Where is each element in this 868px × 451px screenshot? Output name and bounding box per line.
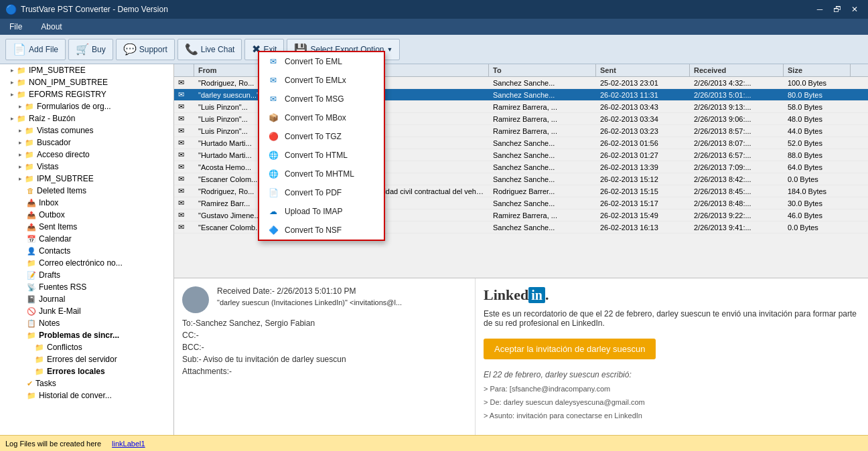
sidebar-item[interactable]: 📥Inbox bbox=[0, 197, 173, 209]
col-header-size[interactable]: Size bbox=[784, 64, 851, 76]
sidebar-item[interactable]: ▸ 📁Acceso directo bbox=[0, 149, 173, 161]
folder-icon: 📅 bbox=[27, 235, 36, 244]
email-cell: 2/26/2013 9:06:... bbox=[690, 114, 784, 124]
col-header-flag bbox=[174, 64, 194, 76]
buy-button[interactable]: 🛒 Buy bbox=[68, 39, 113, 60]
attachments-field: Attachments:- bbox=[182, 367, 467, 376]
linkedin-accept-button[interactable]: Aceptar la invitación de darley suescun bbox=[484, 339, 656, 359]
dropdown-item[interactable]: 🔴Convert To TGZ bbox=[259, 127, 384, 146]
sidebar-item[interactable]: 📁Correo electrónico no... bbox=[0, 257, 173, 269]
dropdown-item[interactable]: ✉Convert To EML bbox=[259, 52, 384, 71]
col-header-sent[interactable]: Sent bbox=[596, 64, 690, 76]
expand-icon: ▸ bbox=[11, 91, 14, 98]
linkedin-footer: El 22 de febrero, darley suescun escribi… bbox=[484, 370, 860, 379]
dropdown-item[interactable]: ✉Convert To MSG bbox=[259, 90, 384, 108]
sidebar-item-label: Inbox bbox=[39, 198, 58, 207]
email-cell: 184.0 Bytes bbox=[784, 186, 851, 197]
sidebar-item[interactable]: 📁Conflictos bbox=[0, 341, 173, 353]
email-cell: 30.0 Bytes bbox=[784, 198, 851, 209]
folder-icon: 📋 bbox=[27, 319, 36, 328]
sidebar-item[interactable]: ✔Tasks bbox=[0, 377, 173, 389]
menu-file[interactable]: File bbox=[5, 21, 26, 33]
status-link[interactable]: linkLabel1 bbox=[112, 440, 145, 448]
dropdown-item[interactable]: 🌐Convert To MHTML bbox=[259, 165, 384, 183]
linkedin-logo: Linkedin. bbox=[484, 286, 549, 303]
sidebar-item-label: IPM_SUBTREE bbox=[37, 174, 94, 183]
email-cell: Sanchez Sanche... bbox=[489, 90, 596, 100]
col-header-received[interactable]: Received bbox=[690, 64, 784, 76]
expand-icon: ▸ bbox=[19, 163, 22, 170]
sidebar-item[interactable]: ▸ 📁IPM_SUBTREE bbox=[0, 64, 173, 76]
sidebar-item-label: Errores del servidor bbox=[47, 355, 117, 364]
email-cell: Rodriguez Barrer... bbox=[489, 186, 596, 197]
sidebar-item[interactable]: ▸ 📁Raíz - Buzón bbox=[0, 112, 173, 124]
email-cell: Ramirez Barrera, ... bbox=[489, 102, 596, 112]
email-cell: 2/26/2013 8:07:... bbox=[690, 138, 784, 149]
sidebar-item[interactable]: 📁Errores locales bbox=[0, 365, 173, 377]
sidebar-tree: ▸ 📁IPM_SUBTREE▸ 📁NON_IPM_SUBTREE▸ 📁EFORM… bbox=[0, 64, 173, 435]
close-button[interactable]: ✕ bbox=[847, 3, 863, 16]
dropdown-item[interactable]: 🌐Convert To HTML bbox=[259, 146, 384, 165]
dropdown-item[interactable]: 📦Convert To MBox bbox=[259, 108, 384, 127]
menu-about[interactable]: About bbox=[37, 21, 66, 33]
sidebar-item[interactable]: 🚫Junk E-Mail bbox=[0, 305, 173, 317]
sidebar-item[interactable]: 🗑Deleted Items bbox=[0, 185, 173, 197]
sidebar-item-label: Fuentes RSS bbox=[39, 282, 86, 292]
sidebar-item-label: Journal bbox=[39, 294, 65, 304]
dropdown-item-label: Convert To EML bbox=[285, 57, 342, 66]
title-bar: 🔵 TrustVare PST Converter - Demo Version… bbox=[0, 0, 868, 19]
bcc-field: BCC:- bbox=[182, 343, 467, 352]
sidebar-item[interactable]: 📁Errores del servidor bbox=[0, 353, 173, 365]
folder-icon: 📁 bbox=[27, 331, 36, 340]
toolbar: 📄 Add File 🛒 Buy 💬 Support 📞 Live Chat ✖… bbox=[0, 35, 868, 64]
sidebar-item[interactable]: 📋Notes bbox=[0, 317, 173, 329]
live-chat-button[interactable]: 📞 Live Chat bbox=[177, 39, 242, 60]
expand-icon: ▸ bbox=[19, 175, 22, 182]
sidebar-item[interactable]: ▸ 📁EFORMS REGISTRY bbox=[0, 88, 173, 100]
sidebar-item[interactable]: ▸ 📁Buscador bbox=[0, 137, 173, 149]
add-file-icon: 📄 bbox=[13, 43, 26, 56]
maximize-button[interactable]: 🗗 bbox=[829, 3, 845, 16]
sidebar-item[interactable]: 📁Problemas de sincr... bbox=[0, 329, 173, 341]
email-cell: 0.0 Bytes bbox=[784, 222, 851, 233]
email-cell: 26-02-2013 16:13 bbox=[596, 222, 690, 233]
sidebar-item[interactable]: 📅Calendar bbox=[0, 233, 173, 245]
folder-icon: 📁 bbox=[27, 391, 36, 400]
sidebar-item-label: EFORMS REGISTRY bbox=[29, 90, 106, 99]
email-cell: 26-02-2013 13:39 bbox=[596, 162, 690, 173]
sidebar-item[interactable]: ▸ 📁Vistas comunes bbox=[0, 124, 173, 137]
expand-icon: ▸ bbox=[19, 103, 22, 110]
col-header-to[interactable]: To bbox=[489, 64, 596, 76]
sidebar-item[interactable]: 📡Fuentes RSS bbox=[0, 281, 173, 293]
sidebar-item[interactable]: 📝Drafts bbox=[0, 269, 173, 281]
dropdown-item[interactable]: ☁Upload To IMAP bbox=[259, 202, 384, 221]
minimize-button[interactable]: ─ bbox=[812, 3, 828, 16]
folder-icon: ✔ bbox=[27, 379, 33, 388]
sidebar-item[interactable]: ▸ 📁IPM_SUBTREE bbox=[0, 173, 173, 185]
sidebar-item[interactable]: 📁Historial de conver... bbox=[0, 389, 173, 401]
email-cell: 26-02-2013 03:34 bbox=[596, 114, 690, 124]
preview-right: Linkedin. Este es un recordatorio de que… bbox=[476, 278, 868, 435]
sidebar-item[interactable]: ▸ 📁Formularios de org... bbox=[0, 100, 173, 112]
folder-icon: 📁 bbox=[17, 66, 26, 75]
folder-icon: 🗑 bbox=[27, 187, 34, 195]
sidebar-item[interactable]: ▸ 📁NON_IPM_SUBTREE bbox=[0, 76, 173, 88]
email-cell: 44.0 Bytes bbox=[784, 126, 851, 137]
sidebar-item[interactable]: ▸ 📁Vistas bbox=[0, 161, 173, 173]
sidebar-item[interactable]: 📓Journal bbox=[0, 293, 173, 305]
sidebar-item[interactable]: 📤Sent Items bbox=[0, 221, 173, 233]
dropdown-item[interactable]: ✉Convert To EMLx bbox=[259, 71, 384, 90]
add-file-button[interactable]: 📄 Add File bbox=[5, 39, 66, 60]
support-button[interactable]: 💬 Support bbox=[116, 39, 175, 60]
sidebar-item-label: Correo electrónico no... bbox=[39, 258, 123, 268]
email-cell: ✉ bbox=[174, 173, 194, 185]
sidebar-item[interactable]: 📤Outbox bbox=[0, 209, 173, 221]
status-log-text: Log Files will be created here bbox=[5, 440, 101, 448]
sidebar[interactable]: ▸ 📁IPM_SUBTREE▸ 📁NON_IPM_SUBTREE▸ 📁EFORM… bbox=[0, 64, 174, 435]
dropdown-item-label: Convert To NSF bbox=[285, 225, 342, 235]
sidebar-item-label: Sent Items bbox=[39, 222, 77, 232]
sidebar-item-label: Vistas bbox=[37, 162, 58, 171]
sidebar-item[interactable]: 👤Contacts bbox=[0, 245, 173, 257]
dropdown-item[interactable]: 📄Convert To PDF bbox=[259, 183, 384, 202]
dropdown-item[interactable]: 🔷Convert To NSF bbox=[259, 221, 384, 240]
